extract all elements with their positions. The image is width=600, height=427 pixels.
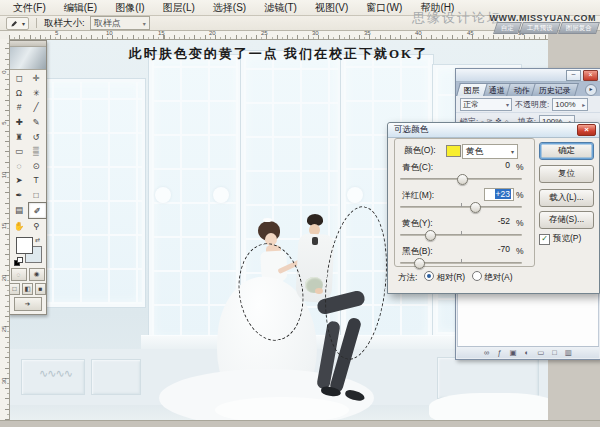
- dialog-close-button[interactable]: ×: [577, 124, 596, 136]
- yellow-value[interactable]: -52: [484, 216, 512, 227]
- link-layers-icon[interactable]: ∞: [484, 348, 489, 358]
- active-tool-button[interactable]: ▾: [6, 17, 29, 30]
- foreground-color-swatch[interactable]: [16, 237, 33, 254]
- crop-tool[interactable]: #: [11, 100, 28, 115]
- menu-file[interactable]: 文件(F): [4, 0, 55, 16]
- rectangular-marquee-tool[interactable]: ◻: [11, 71, 28, 86]
- save-button[interactable]: 存储(S)...: [539, 211, 594, 229]
- palette-minimize-button[interactable]: –: [566, 70, 581, 81]
- dodge-tool[interactable]: ⊙: [28, 159, 45, 174]
- cyan-label: 青色(C):: [402, 162, 433, 174]
- lace-decor: [155, 187, 171, 203]
- eraser-tool[interactable]: ▭: [11, 144, 28, 159]
- method-label: 方法:: [398, 272, 417, 284]
- opacity-field[interactable]: 100%▸: [552, 98, 588, 111]
- slice-tool[interactable]: ╱: [28, 100, 45, 115]
- palette-menu-button[interactable]: ▸: [585, 84, 597, 96]
- blend-mode-dropdown[interactable]: 正常▾: [460, 98, 512, 111]
- spinner-arrow-icon: ▸: [582, 101, 585, 108]
- vertical-ruler: 0 5 10 15 20 25 30 35: [0, 39, 10, 420]
- path-selection-tool[interactable]: ➤: [11, 173, 28, 188]
- layer-mask-icon[interactable]: ▣: [510, 348, 517, 358]
- radio-selected-icon: [424, 271, 434, 281]
- sample-size-label: 取样大小:: [44, 17, 85, 30]
- menu-filter[interactable]: 滤镜(T): [255, 0, 306, 16]
- menu-edit[interactable]: 编辑(E): [55, 0, 106, 16]
- gradient-tool[interactable]: ▒: [28, 144, 45, 159]
- black-label: 黑色(B):: [402, 246, 433, 258]
- adjustment-layer-icon[interactable]: ◐: [525, 348, 530, 358]
- fullscreen-button[interactable]: ■: [35, 283, 46, 295]
- selective-color-dialog: 可选颜色 × 颜色(O): 黄色 ▾ 青色(C): 0 % 洋红(M): +23…: [387, 122, 600, 294]
- brush-tool[interactable]: ✎: [28, 115, 45, 130]
- menu-window[interactable]: 窗口(W): [357, 0, 411, 16]
- menu-layer[interactable]: 图层(L): [154, 0, 204, 16]
- blur-tool[interactable]: ◌: [11, 159, 28, 174]
- color-label: 颜色(O):: [404, 145, 436, 157]
- healing-brush-tool[interactable]: ✚: [11, 115, 28, 130]
- quick-mask-mode-button[interactable]: ◉: [29, 268, 45, 281]
- cyan-value[interactable]: 0: [484, 160, 512, 171]
- menu-select[interactable]: 选择(S): [204, 0, 255, 16]
- dropdown-arrow-icon: ▾: [506, 101, 509, 108]
- lasso-tool[interactable]: Ω: [11, 86, 28, 101]
- default-colors-icon[interactable]: [14, 257, 22, 265]
- black-slider[interactable]: [400, 258, 522, 268]
- menu-image[interactable]: 图像(I): [106, 0, 153, 16]
- type-tool[interactable]: T: [28, 173, 45, 188]
- standard-mode-button[interactable]: ◌: [11, 268, 27, 281]
- window-bottom-edge: [0, 420, 600, 427]
- pen-tool[interactable]: ✒: [11, 188, 28, 203]
- clone-stamp-tool[interactable]: ♜: [11, 129, 28, 144]
- screen-mode-row: □ ◧ ■: [9, 282, 46, 296]
- preview-checkbox[interactable]: ✓ 预览(P): [539, 233, 581, 245]
- tab-history[interactable]: 历史记录: [531, 83, 579, 96]
- move-tool[interactable]: ✛: [28, 71, 45, 86]
- zoom-tool[interactable]: ⚲: [28, 219, 45, 234]
- reset-button[interactable]: 复位: [539, 165, 594, 183]
- black-value[interactable]: -70: [484, 244, 512, 255]
- dialog-title-bar[interactable]: 可选颜色 ×: [388, 123, 599, 138]
- radio-icon: [472, 271, 482, 281]
- palette-title-bar[interactable]: – ×: [456, 69, 600, 82]
- delete-layer-icon[interactable]: ▥: [565, 348, 572, 358]
- layer-group-icon[interactable]: ▭: [537, 348, 544, 358]
- ok-button[interactable]: 确定: [539, 142, 594, 160]
- load-button[interactable]: 载入(L)...: [539, 189, 594, 207]
- color-dropdown[interactable]: 黄色 ▾: [462, 144, 518, 159]
- toolbox: ◻ ✛ Ω ✳ # ╱ ✚ ✎ ♜ ↺ ▭ ▒ ◌ ⊙ ➤ T ✒ □ ▤ ✐ …: [8, 40, 47, 315]
- magenta-slider[interactable]: [400, 202, 522, 212]
- yellow-slider[interactable]: [400, 230, 522, 240]
- shape-tool[interactable]: □: [28, 188, 45, 203]
- history-brush-tool[interactable]: ↺: [28, 129, 45, 144]
- fullscreen-menubar-button[interactable]: ◧: [22, 283, 33, 295]
- toolbox-tools: ◻ ✛ Ω ✳ # ╱ ✚ ✎ ♜ ↺ ▭ ▒ ◌ ⊙ ➤ T ✒ □ ▤ ✐ …: [9, 70, 46, 235]
- well-tab-custom[interactable]: 自定: [493, 22, 522, 34]
- standard-screen-button[interactable]: □: [9, 283, 20, 295]
- palette-close-button[interactable]: ×: [583, 70, 598, 81]
- sample-size-dropdown[interactable]: 取样点 ▾: [90, 16, 150, 30]
- notes-tool[interactable]: ▤: [11, 202, 28, 217]
- eyedropper-tool[interactable]: ✐: [28, 202, 47, 219]
- jump-to-imageready-button[interactable]: ➔: [14, 297, 42, 311]
- color-swatches: ⇄: [13, 236, 42, 266]
- well-tab-tool-presets[interactable]: 工具预设: [519, 22, 561, 34]
- magenta-value[interactable]: +23: [484, 188, 514, 201]
- well-tab-layer-comps[interactable]: 图层复合: [558, 22, 600, 34]
- lace-decor: [347, 187, 363, 203]
- method-absolute-radio[interactable]: 绝对(A): [472, 271, 512, 284]
- magic-wand-tool[interactable]: ✳: [28, 86, 45, 101]
- dress-hem-lace: [215, 397, 349, 420]
- eyedropper-icon: [10, 18, 20, 28]
- layer-style-icon[interactable]: ƒ: [497, 348, 501, 358]
- lace-decor: [213, 187, 229, 203]
- wall-panel: [91, 359, 141, 395]
- hand-tool[interactable]: ✋: [11, 219, 28, 234]
- new-layer-icon[interactable]: □: [552, 348, 557, 358]
- train-right: [429, 393, 548, 420]
- method-relative-radio[interactable]: 相对(R): [424, 271, 465, 284]
- swap-colors-icon[interactable]: ⇄: [35, 236, 40, 243]
- menu-view[interactable]: 视图(V): [306, 0, 357, 16]
- cyan-slider[interactable]: [400, 174, 522, 184]
- tab-layers[interactable]: 图层: [456, 83, 488, 96]
